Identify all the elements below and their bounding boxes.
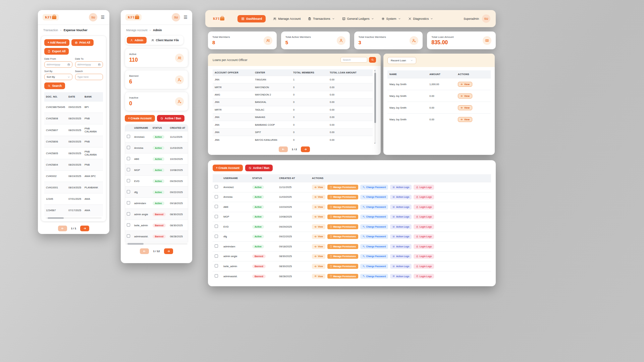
row-checkbox[interactable] — [127, 223, 130, 227]
change-password-button[interactable]: Change Password — [360, 195, 388, 200]
next-page-button[interactable] — [164, 248, 173, 254]
breadcrumb-parent[interactable]: Manage Account — [126, 28, 147, 32]
manage-permissions-button[interactable]: Manage Permissions — [327, 254, 358, 259]
search-button[interactable] — [369, 57, 376, 63]
row-checkbox[interactable] — [215, 244, 218, 248]
login-logs-button[interactable]: Login Logs — [414, 274, 434, 279]
row-checkbox[interactable] — [215, 264, 218, 267]
table-row[interactable]: JNNBANGKAL00.00 — [213, 99, 373, 106]
table-row[interactable]: CV#2580408/20/2025PNB — [44, 159, 103, 171]
search-input[interactable]: Type here — [75, 74, 103, 80]
row-checkbox[interactable] — [127, 234, 130, 238]
create-account-button[interactable]: + Create Account — [213, 165, 243, 171]
previous-page-button[interactable] — [279, 146, 288, 152]
row-checkbox[interactable] — [215, 235, 218, 238]
manage-permissions-button[interactable]: Manage Permissions — [327, 234, 358, 239]
table-row[interactable]: CV#2580708/20/2025PNB CALAMBA — [44, 124, 103, 136]
manage-permissions-button[interactable]: Manage Permissions — [327, 244, 358, 249]
tab-client-master-file[interactable]: Client Master File — [148, 37, 182, 44]
change-password-button[interactable]: Change Password — [360, 204, 388, 209]
action-logs-button[interactable]: Action Logs — [390, 195, 412, 200]
view-button[interactable]: View — [312, 254, 325, 259]
manage-permissions-button[interactable]: Manage Permissions — [327, 224, 358, 229]
nav-item-general-ledgers[interactable]: General Ledgers — [342, 17, 374, 20]
table-row[interactable]: JNNSIPIT00.00 — [213, 128, 373, 136]
table-row[interactable]: 1234507/01/2025AMA — [44, 193, 103, 205]
previous-page-button[interactable] — [58, 226, 67, 231]
view-button[interactable]: View — [312, 195, 325, 200]
search-input[interactable] — [340, 57, 367, 63]
view-button[interactable]: View — [458, 105, 472, 110]
view-button[interactable]: View — [458, 117, 472, 122]
menu-icon[interactable]: ☰ — [183, 15, 187, 20]
create-account-button[interactable]: + Create Account — [125, 115, 155, 122]
view-button[interactable]: View — [312, 274, 325, 279]
view-button[interactable]: View — [312, 224, 325, 229]
change-password-button[interactable]: Change Password — [360, 244, 388, 249]
row-checkbox[interactable] — [215, 205, 218, 208]
horizontal-scrollbar[interactable] — [46, 217, 102, 219]
export-all-button[interactable]: Export All — [44, 48, 69, 55]
table-row[interactable]: MRTRMAYONDON00.00 — [213, 83, 373, 91]
login-logs-button[interactable]: Login Logs — [414, 185, 434, 190]
view-button[interactable]: View — [312, 204, 325, 209]
view-button[interactable]: View — [312, 215, 325, 220]
action-logs-button[interactable]: Action Logs — [390, 185, 412, 190]
next-page-button[interactable] — [301, 146, 310, 152]
table-row[interactable]: JNNBAYOG KANLURAN00.00 — [213, 136, 373, 143]
date-from-input[interactable]: dd/mm/yyyy — [44, 61, 72, 68]
avatar[interactable]: SU — [482, 14, 490, 23]
manage-permissions-button[interactable]: Manage Permissions — [327, 185, 358, 190]
row-checkbox[interactable] — [127, 212, 130, 216]
change-password-button[interactable]: Change Password — [360, 264, 388, 269]
date-to-input[interactable]: dd/mm/yyyy — [75, 61, 103, 68]
change-password-button[interactable]: Change Password — [360, 215, 388, 220]
row-checkbox[interactable] — [215, 195, 218, 198]
manage-permissions-button[interactable]: Manage Permissions — [327, 264, 358, 269]
horizontal-scrollbar[interactable] — [125, 243, 187, 245]
print-all-button[interactable]: Print All — [71, 39, 94, 46]
nav-item-dashboard[interactable]: Dashboard — [237, 15, 266, 22]
change-password-button[interactable]: Change Password — [360, 185, 388, 190]
sort-by-select[interactable]: Sort By — [44, 74, 72, 80]
row-checkbox[interactable] — [215, 185, 218, 188]
action-logs-button[interactable]: Action Logs — [390, 204, 412, 209]
breadcrumb-parent[interactable]: Transaction — [43, 28, 58, 32]
manage-permissions-button[interactable]: Manage Permissions — [327, 195, 358, 200]
action-logs-button[interactable]: Action Logs — [390, 254, 412, 259]
table-row[interactable]: CV#000208/19/2025AMA SPC — [44, 171, 103, 182]
vertical-scrollbar[interactable]: ▲▼ — [374, 69, 376, 143]
action-logs-button[interactable]: Action Logs — [390, 264, 412, 269]
action-logs-button[interactable]: Action Logs — [390, 215, 412, 220]
row-checkbox[interactable] — [127, 190, 130, 193]
active-ban-button[interactable]: Active / Ban — [157, 115, 184, 122]
nav-item-diagnostics[interactable]: Diagnostics — [408, 17, 433, 20]
table-row[interactable]: CV#2580608/20/2025PNB — [44, 136, 103, 147]
row-checkbox[interactable] — [127, 157, 130, 160]
manage-permissions-button[interactable]: Manage Permissions — [327, 274, 358, 279]
login-logs-button[interactable]: Login Logs — [414, 254, 434, 259]
view-button[interactable]: View — [312, 185, 325, 190]
row-checkbox[interactable] — [127, 168, 130, 171]
next-page-button[interactable] — [80, 226, 89, 231]
row-checkbox[interactable] — [215, 254, 218, 258]
table-row[interactable]: CV#2580508/20/2025PNB CALAMBA — [44, 147, 103, 159]
row-checkbox[interactable] — [127, 146, 130, 149]
nav-item-manage-account[interactable]: Manage Account — [273, 17, 301, 20]
row-checkbox[interactable] — [215, 274, 218, 278]
view-button[interactable]: View — [458, 82, 472, 87]
loan-filter-select[interactable]: Recent Loan — [387, 57, 416, 64]
row-checkbox[interactable] — [127, 201, 130, 204]
view-button[interactable]: View — [312, 234, 325, 239]
nav-item-transactions[interactable]: Transactions — [308, 17, 334, 20]
manage-permissions-button[interactable]: Manage Permissions — [327, 215, 358, 220]
active-ban-button[interactable]: Active / Ban — [245, 165, 273, 171]
change-password-button[interactable]: Change Password — [360, 234, 388, 239]
table-row[interactable]: JNNTIMUGAN10.00 — [213, 76, 373, 83]
row-checkbox[interactable] — [215, 225, 218, 228]
change-password-button[interactable]: Change Password — [360, 224, 388, 229]
row-checkbox[interactable] — [215, 215, 218, 218]
login-logs-button[interactable]: Login Logs — [414, 224, 434, 229]
table-row[interactable]: JNNBAMBANG COOP00.00 — [213, 121, 373, 128]
search-button[interactable]: Search — [44, 82, 65, 89]
